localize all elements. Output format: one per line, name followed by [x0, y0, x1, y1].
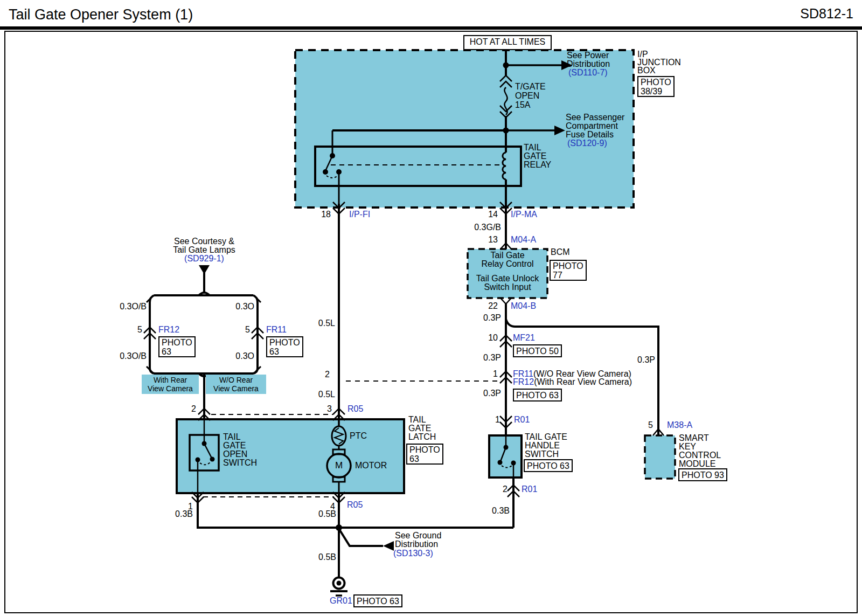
latch-label: LATCH — [408, 433, 436, 441]
open-switch-label: SWITCH — [223, 459, 257, 467]
variant-chip: With Rear View Camera — [142, 375, 199, 394]
pin-number: 2 — [181, 405, 196, 413]
latch-label: GATE — [408, 424, 431, 433]
open-switch-label: GATE — [223, 441, 246, 450]
bcm-function: Switch Input — [468, 283, 547, 292]
connector-code[interactable]: M38-A — [667, 421, 692, 430]
wire-label: 0.3O — [218, 302, 254, 311]
diagram-frame — [4, 31, 858, 613]
photo-ref-badge: PHOTO 93 — [678, 468, 727, 481]
smart-key-label: CONTROL — [679, 451, 721, 460]
relay-label: RELAY — [524, 161, 551, 169]
connector-code[interactable]: R01 — [522, 485, 537, 494]
smart-key-label: SMART — [679, 434, 709, 442]
wire-label: 0.3O/B — [108, 352, 147, 361]
motor-label: MOTOR — [355, 461, 387, 470]
latch-label: TAIL — [408, 416, 426, 424]
see-passenger-note: Compartment — [566, 122, 618, 130]
pin-number: 3 — [317, 405, 332, 413]
wire-label: 0.3B — [477, 507, 510, 515]
photo-ref-badge: PHOTO 77 — [550, 260, 587, 281]
wire-label: 0.3P — [621, 356, 655, 364]
see-passenger-link[interactable]: (SD120-9) — [567, 139, 607, 148]
wire-label: 0.3P — [462, 389, 501, 398]
pin-number: 1 — [487, 416, 500, 424]
connector-code[interactable]: FR12 — [513, 377, 534, 386]
connector-code[interactable]: M04-B — [511, 302, 536, 310]
connector-variant-note: (With Rear View Camera) — [534, 377, 632, 386]
page-code: SD812-1 — [765, 5, 853, 22]
see-passenger-note: See Passenger — [566, 113, 624, 122]
connector-code[interactable]: I/P-FI — [349, 210, 370, 219]
bcm-label: BCM — [551, 248, 570, 257]
photo-ref-badge: PHOTO 50 — [513, 344, 562, 357]
ptc-label: PTC — [350, 432, 367, 440]
bcm-function: Tail Gate Unlock — [468, 274, 547, 283]
wire-label: 0.3P — [462, 314, 501, 322]
pin-number: 22 — [482, 302, 498, 310]
connector-code[interactable]: FR11 — [266, 326, 287, 334]
fuse-label: T/GATE — [515, 82, 546, 91]
bcm-function: Relay Control — [468, 260, 547, 268]
smart-key-label: MODULE — [679, 460, 715, 468]
photo-ref-badge: PHOTO 38/39 — [637, 76, 675, 97]
variant-chip: W/O Rear View Camera — [206, 375, 266, 394]
see-power-link[interactable]: (SD110-7) — [568, 68, 608, 77]
hot-at-all-times-label: HOT AT ALL TIMES — [463, 35, 552, 50]
smart-key-label: KEY — [679, 442, 696, 451]
page-title: Tail Gate Opener System (1) — [9, 6, 193, 23]
connector-code[interactable]: R01 — [514, 416, 530, 424]
see-courtesy-note: See Courtesy & — [150, 237, 258, 246]
header-divider — [0, 26, 862, 30]
wire-label: 0.5B — [302, 510, 336, 518]
connector-code[interactable]: M04-A — [511, 236, 536, 244]
wire-label: 0.3O/B — [108, 302, 147, 311]
connector-code[interactable]: I/P-MA — [511, 210, 537, 219]
connector-code[interactable]: FR12 — [158, 326, 179, 334]
handle-switch-label: SWITCH — [525, 450, 559, 459]
pin-number: 1 — [485, 370, 498, 378]
see-courtesy-link[interactable]: (SD929-1) — [150, 254, 258, 263]
handle-switch-label: TAIL GATE — [525, 433, 567, 441]
pin-number: 5 — [129, 326, 142, 334]
see-ground-note: See Ground — [395, 531, 441, 540]
relay-label: GATE — [524, 152, 546, 161]
motor-m-label: M — [331, 461, 346, 470]
wire-label: 0.3P — [462, 354, 501, 362]
open-switch-label: TAIL — [223, 433, 241, 441]
see-ground-link[interactable]: (SD130-3) — [393, 549, 433, 558]
handle-switch-label: HANDLE — [525, 441, 560, 450]
photo-ref-badge: PHOTO 63 — [513, 389, 562, 402]
wire-label: 0.5L — [301, 390, 335, 399]
pin-number: 18 — [316, 210, 331, 219]
fuse-label: OPEN — [515, 92, 539, 100]
connector-code[interactable]: R05 — [347, 405, 363, 413]
see-passenger-note: Fuse Details — [566, 130, 614, 139]
open-switch-label: OPEN — [223, 450, 247, 459]
ground-code[interactable]: GR01 — [330, 597, 352, 605]
wire-label: 0.5L — [301, 319, 335, 328]
see-power-note: See Power — [567, 51, 609, 60]
fuse-label: 15A — [515, 101, 530, 109]
junction-box-name: BOX — [637, 66, 656, 75]
bcm-function: Tail Gate — [468, 251, 547, 260]
pin-number: 2 — [314, 370, 330, 379]
wiring-diagram-page: Tail Gate Opener System (1) SD812-1 — [0, 0, 862, 616]
see-power-note: Distribution — [567, 60, 610, 68]
photo-ref-badge: PHOTO 63 — [266, 336, 303, 357]
wire-label: 0.3B — [161, 510, 193, 518]
pin-number: 14 — [483, 210, 498, 219]
pin-number: 10 — [482, 334, 498, 342]
photo-ref-badge: PHOTO 63 — [353, 594, 402, 607]
pin-number: 5 — [639, 421, 653, 430]
connector-code-line: FR12(With Rear View Camera) — [513, 378, 632, 386]
connector-code[interactable]: R05 — [347, 501, 363, 509]
see-ground-note: Distribution — [395, 540, 438, 549]
wire-label: 0.3O — [218, 352, 254, 361]
photo-ref-badge: PHOTO 63 — [524, 459, 573, 472]
pin-number: 13 — [483, 236, 498, 244]
wire-label: 0.3G/B — [461, 223, 501, 232]
connector-code[interactable]: MF21 — [513, 334, 535, 342]
photo-ref-badge: PHOTO 63 — [158, 336, 196, 357]
see-courtesy-note: Tail Gate Lamps — [150, 246, 258, 254]
